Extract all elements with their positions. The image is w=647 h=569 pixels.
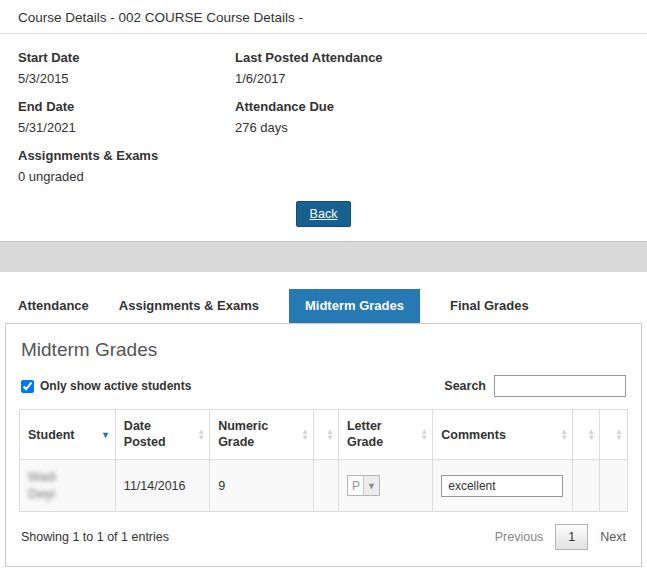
search-input[interactable] xyxy=(494,375,626,397)
field-attendance-due: Attendance Due 276 days xyxy=(235,99,629,135)
page-title: Course Details - 002 COURSE Course Detai… xyxy=(0,0,647,33)
cell-comments xyxy=(433,460,573,512)
field-start-date: Start Date 5/3/2015 xyxy=(18,50,235,86)
pagination-next[interactable]: Next xyxy=(600,530,626,544)
search-control: Search xyxy=(444,375,626,397)
pagination-previous[interactable]: Previous xyxy=(495,530,544,544)
pagination-page-1[interactable]: 1 xyxy=(555,524,588,550)
comments-input[interactable] xyxy=(441,475,563,497)
sort-icon[interactable]: ▲▼ xyxy=(301,429,309,441)
table-header-row: Student ▼ Date Posted ▲▼ Numeric Grade ▲… xyxy=(20,410,628,460)
cell-blank-2 xyxy=(573,460,600,512)
field-label: Start Date xyxy=(18,50,235,65)
search-label: Search xyxy=(444,379,486,393)
field-label: End Date xyxy=(18,99,235,114)
column-header-blank-3[interactable]: ▲▼ xyxy=(600,410,628,460)
course-details-grid: Start Date 5/3/2015 Last Posted Attendan… xyxy=(0,34,647,197)
active-students-filter: Only show active students xyxy=(21,379,191,393)
active-students-checkbox[interactable] xyxy=(21,380,34,393)
field-label: Assignments & Exams xyxy=(18,148,235,163)
tab-final-grades[interactable]: Final Grades xyxy=(450,289,529,323)
column-label: Comments xyxy=(441,428,506,442)
cell-blank-3 xyxy=(600,460,628,512)
column-label: Numeric Grade xyxy=(218,419,272,450)
panel-title: Midterm Grades xyxy=(21,339,628,361)
tab-midterm-grades[interactable]: Midterm Grades xyxy=(289,289,420,323)
pagination: Previous 1 Next xyxy=(495,524,626,550)
column-header-comments[interactable]: Comments ▲▼ xyxy=(433,410,573,460)
cell-date-posted: 11/14/2016 xyxy=(115,460,209,512)
cell-student: Wadi Dwyi xyxy=(20,460,116,512)
back-button-row: Back xyxy=(0,201,647,227)
field-value: 5/3/2015 xyxy=(18,71,235,86)
sort-icon[interactable]: ▲▼ xyxy=(326,429,334,441)
field-value: 276 days xyxy=(235,120,629,135)
active-students-label[interactable]: Only show active students xyxy=(40,379,191,393)
field-value: 5/31/2021 xyxy=(18,120,235,135)
sort-icon[interactable]: ▲▼ xyxy=(560,429,568,441)
back-button[interactable]: Back xyxy=(296,201,352,227)
midterm-grades-panel: Midterm Grades Only show active students… xyxy=(5,323,642,567)
sort-icon[interactable]: ▲▼ xyxy=(197,429,205,441)
field-label: Attendance Due xyxy=(235,99,629,114)
tab-attendance[interactable]: Attendance xyxy=(18,289,89,323)
sort-icon[interactable]: ▲▼ xyxy=(587,429,595,441)
tab-assignments-exams[interactable]: Assignments & Exams xyxy=(119,289,259,323)
section-divider-band xyxy=(0,241,647,272)
letter-grade-select[interactable]: P ▼ xyxy=(347,475,380,496)
column-label: Letter Grade xyxy=(347,419,401,450)
field-end-date: End Date 5/31/2021 xyxy=(18,99,235,135)
table-controls: Only show active students Search xyxy=(21,375,626,397)
letter-grade-value: P xyxy=(348,476,363,495)
column-header-date-posted[interactable]: Date Posted ▲▼ xyxy=(115,410,209,460)
showing-entries-text: Showing 1 to 1 of 1 entries xyxy=(21,530,169,544)
sort-icon[interactable]: ▲▼ xyxy=(420,429,428,441)
dropdown-arrow-icon: ▼ xyxy=(363,476,379,495)
sort-desc-icon[interactable]: ▼ xyxy=(101,430,110,440)
column-header-blank-1[interactable]: ▲▼ xyxy=(313,410,338,460)
cell-numeric-grade: 9 xyxy=(210,460,314,512)
cell-letter-grade: P ▼ xyxy=(338,460,432,512)
field-assignments-exams: Assignments & Exams 0 ungraded xyxy=(18,148,235,184)
student-name: Wadi Dwyi xyxy=(28,469,68,502)
tab-bar: Attendance Assignments & Exams Midterm G… xyxy=(0,272,647,323)
table-footer: Showing 1 to 1 of 1 entries Previous 1 N… xyxy=(21,524,626,550)
column-label: Date Posted xyxy=(124,419,178,450)
sort-icon[interactable]: ▲▼ xyxy=(615,429,623,441)
field-value: 1/6/2017 xyxy=(235,71,629,86)
column-label: Student xyxy=(28,428,75,442)
column-header-numeric-grade[interactable]: Numeric Grade ▲▼ xyxy=(210,410,314,460)
column-header-blank-2[interactable]: ▲▼ xyxy=(573,410,600,460)
field-value: 0 ungraded xyxy=(18,169,235,184)
column-header-student[interactable]: Student ▼ xyxy=(20,410,116,460)
column-header-letter-grade[interactable]: Letter Grade ▲▼ xyxy=(338,410,432,460)
field-last-posted-attendance: Last Posted Attendance 1/6/2017 xyxy=(235,50,629,86)
cell-blank-1 xyxy=(313,460,338,512)
table-row: Wadi Dwyi 11/14/2016 9 P ▼ xyxy=(20,460,628,512)
grades-table: Student ▼ Date Posted ▲▼ Numeric Grade ▲… xyxy=(19,409,628,512)
field-label: Last Posted Attendance xyxy=(235,50,629,65)
